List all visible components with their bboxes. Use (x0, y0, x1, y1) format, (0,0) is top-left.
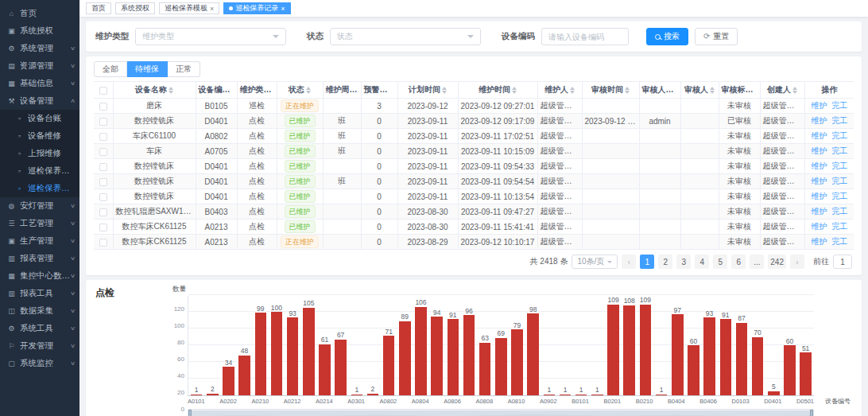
bar[interactable] (351, 395, 363, 396)
sort-caret-icon[interactable] (710, 87, 715, 94)
bar[interactable] (399, 321, 411, 395)
bar[interactable] (415, 307, 427, 395)
close-icon[interactable]: × (210, 5, 214, 13)
maintain-link[interactable]: 维护 (811, 101, 827, 110)
bar[interactable] (271, 312, 283, 395)
sidebar-item-report-repair[interactable]: ▫上报维修 (0, 145, 79, 162)
page-button-2[interactable]: 2 (658, 255, 672, 269)
sidebar-item-device-mgmt[interactable]: ⚒设备管理∧ (0, 92, 79, 110)
row-checkbox[interactable] (99, 239, 107, 247)
maintain-link[interactable]: 维护 (811, 131, 827, 140)
bar[interactable] (238, 356, 250, 395)
finish-link[interactable]: 完工 (831, 192, 847, 200)
row-checkbox[interactable] (99, 103, 107, 111)
bar[interactable] (431, 317, 443, 395)
maintenance-type-select[interactable]: 维护类型 (135, 28, 286, 45)
bar[interactable] (752, 337, 764, 396)
search-button[interactable]: 搜索 (646, 28, 688, 45)
finish-link[interactable]: 完工 (831, 207, 847, 216)
bar[interactable] (640, 305, 652, 395)
maintain-link[interactable]: 维护 (811, 116, 827, 125)
bar[interactable] (287, 317, 299, 395)
sort-caret-icon[interactable] (625, 87, 630, 94)
sidebar-item-device-ledger[interactable]: ▫设备台账 (0, 110, 79, 127)
data-zoom-right-handle[interactable] (810, 410, 813, 416)
bar[interactable] (255, 313, 267, 395)
sort-caret-icon[interactable] (570, 87, 575, 94)
sidebar-item-report-mgmt[interactable]: ▥报表管理∨ (0, 250, 79, 267)
bar[interactable] (656, 395, 668, 396)
row-checkbox[interactable] (99, 178, 107, 186)
bar[interactable] (768, 391, 780, 395)
page-button-3[interactable]: 3 (676, 255, 691, 269)
row-checkbox[interactable] (99, 133, 107, 141)
row-checkbox[interactable] (99, 193, 107, 201)
prev-page-button[interactable]: ‹ (622, 255, 636, 269)
tab-巡检保养模板[interactable]: 巡检保养模板× (159, 2, 219, 14)
bar[interactable] (207, 394, 219, 395)
row-checkbox[interactable] (99, 163, 107, 171)
filter-tab-正常[interactable]: 正常 (168, 61, 200, 77)
bar[interactable] (367, 394, 379, 395)
maintain-link[interactable]: 维护 (811, 222, 827, 231)
sort-caret-icon[interactable] (792, 87, 797, 94)
sidebar-item-system-auth[interactable]: ▣系统授权 (0, 22, 79, 40)
finish-link[interactable]: 完工 (831, 177, 847, 185)
next-page-button[interactable]: › (790, 255, 804, 269)
maintain-link[interactable]: 维护 (811, 237, 827, 246)
finish-link[interactable]: 完工 (831, 146, 847, 155)
bar[interactable] (448, 319, 459, 395)
maintain-link[interactable]: 维护 (811, 207, 827, 216)
sort-caret-icon[interactable] (442, 87, 447, 94)
filter-tab-待维保[interactable]: 待维保 (127, 61, 168, 77)
page-button-6[interactable]: 6 (731, 255, 746, 269)
page-button-5[interactable]: 5 (713, 255, 727, 269)
finish-link[interactable]: 完工 (831, 161, 847, 170)
sidebar-item-process-mgmt[interactable]: ☰工艺管理∨ (0, 215, 79, 232)
page-button-1[interactable]: 1 (640, 255, 654, 269)
sidebar-item-data-collection[interactable]: ◫数据采集∨ (0, 302, 79, 320)
bar[interactable] (560, 395, 572, 396)
sidebar-item-system-mgmt[interactable]: ⚙系统管理∨ (0, 40, 79, 57)
bar[interactable] (319, 344, 331, 395)
bar[interactable] (784, 345, 796, 395)
row-checkbox[interactable] (99, 224, 107, 231)
filter-tab-全部[interactable]: 全部 (94, 61, 127, 77)
bar[interactable] (335, 340, 347, 395)
sidebar-item-home[interactable]: ⌂首页 (0, 5, 79, 22)
page-button-242[interactable]: 242 (768, 255, 786, 269)
bar[interactable] (495, 338, 507, 395)
sort-caret-icon[interactable] (755, 87, 760, 94)
bar[interactable] (383, 336, 395, 395)
sidebar-item-control-center-data[interactable]: ▦集控中心数据管理∨ (0, 267, 79, 285)
bar[interactable] (591, 395, 603, 396)
sidebar-item-inspection-records[interactable]: ▫巡检保养记录 (0, 180, 79, 197)
finish-link[interactable]: 完工 (831, 131, 847, 140)
bar[interactable] (575, 395, 587, 396)
tab-系统授权[interactable]: 系统授权 (115, 2, 155, 14)
sort-caret-icon[interactable] (512, 87, 517, 94)
tab-首页[interactable]: 首页 (86, 2, 111, 14)
bar[interactable] (303, 308, 315, 395)
bar[interactable] (607, 305, 619, 395)
bar[interactable] (527, 313, 539, 395)
sidebar-item-production-mgmt[interactable]: ▣生产管理∨ (0, 232, 79, 250)
sort-caret-icon[interactable] (169, 87, 173, 94)
sidebar-item-resource-mgmt[interactable]: ▤资源管理∨ (0, 57, 79, 75)
bar[interactable] (800, 352, 812, 395)
bar[interactable] (544, 395, 556, 396)
sort-caret-icon[interactable] (232, 87, 237, 94)
bar[interactable] (463, 315, 475, 395)
sidebar-item-inspection-template[interactable]: ▫巡检保养模板 (0, 162, 79, 180)
sidebar-item-system-monitor[interactable]: ▢系统监控∨ (0, 355, 79, 372)
bar[interactable] (703, 317, 715, 395)
sidebar-item-basic-info[interactable]: ▦基础信息∨ (0, 75, 79, 92)
bar[interactable] (720, 319, 732, 395)
finish-link[interactable]: 完工 (831, 237, 847, 246)
maintain-link[interactable]: 维护 (811, 146, 827, 155)
maintain-link[interactable]: 维护 (811, 161, 827, 170)
bar[interactable] (672, 314, 684, 395)
data-zoom-slider[interactable] (188, 409, 814, 416)
sidebar-item-system-tools[interactable]: ⚙系统工具∨ (0, 320, 79, 337)
sidebar-item-dev-mgmt[interactable]: ⚐开发管理∨ (0, 337, 79, 355)
